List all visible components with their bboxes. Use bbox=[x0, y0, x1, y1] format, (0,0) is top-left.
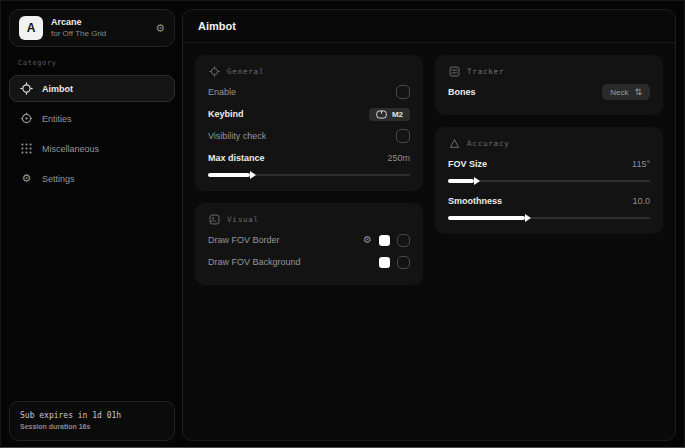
smoothness-value: 10.0 bbox=[632, 196, 650, 206]
card-title-general: General bbox=[227, 67, 264, 76]
visibility-check-label: Visibility check bbox=[208, 131, 266, 141]
sidebar-item-aimbot[interactable]: Aimbot bbox=[9, 75, 175, 102]
smoothness-slider-fill bbox=[448, 216, 525, 220]
max-distance-row: Max distance 250m bbox=[208, 147, 410, 169]
triangle-icon bbox=[448, 137, 460, 149]
sidebar-item-label: Settings bbox=[42, 174, 75, 184]
grid-icon bbox=[20, 142, 33, 155]
category-label: Category bbox=[18, 59, 175, 67]
fov-size-value: 115° bbox=[632, 159, 650, 169]
visual-card: Visual Draw FOV Border ⚙ Draw FOV Backgr… bbox=[195, 203, 423, 285]
bones-select[interactable]: Neck ⇅ bbox=[602, 84, 650, 100]
fov-border-gear-icon[interactable]: ⚙ bbox=[363, 235, 372, 245]
max-distance-slider-fill bbox=[208, 173, 250, 177]
entities-icon bbox=[20, 112, 33, 125]
bones-row: Bones Neck ⇅ bbox=[448, 81, 650, 103]
card-title-visual: Visual bbox=[227, 215, 259, 224]
fov-size-slider-fill bbox=[448, 179, 474, 183]
sub-expires-text: Sub expires in 1d 01h bbox=[20, 410, 164, 422]
keybind-label: Keybind bbox=[208, 109, 244, 119]
fov-border-color-swatch[interactable] bbox=[379, 235, 390, 246]
sidebar-item-entities[interactable]: Entities bbox=[9, 105, 175, 132]
app-logo: A bbox=[19, 16, 43, 40]
fov-size-slider[interactable] bbox=[448, 177, 650, 185]
sidebar-item-miscellaneous[interactable]: Miscellaneous bbox=[9, 135, 175, 162]
visibility-check-row: Visibility check bbox=[208, 125, 410, 147]
layers-icon bbox=[448, 65, 460, 77]
tracker-card: Tracker Bones Neck ⇅ bbox=[435, 55, 663, 115]
bones-label: Bones bbox=[448, 87, 476, 97]
draw-fov-background-label: Draw FOV Background bbox=[208, 257, 301, 267]
max-distance-label: Max distance bbox=[208, 153, 265, 163]
settings-gear-icon[interactable]: ⚙ bbox=[155, 22, 165, 35]
draw-fov-border-label: Draw FOV Border bbox=[208, 235, 280, 245]
draw-fov-background-checkbox[interactable] bbox=[397, 256, 410, 269]
visibility-check-checkbox[interactable] bbox=[396, 129, 410, 143]
sidebar-item-label: Entities bbox=[42, 114, 72, 124]
updown-arrows-icon: ⇅ bbox=[634, 87, 642, 97]
smoothness-row: Smoothness 10.0 bbox=[448, 190, 650, 212]
draw-fov-background-row: Draw FOV Background bbox=[208, 251, 410, 273]
session-duration-text: Session duration 16s bbox=[20, 422, 164, 433]
gear-icon: ⚙ bbox=[20, 172, 33, 185]
sidebar-item-label: Aimbot bbox=[42, 84, 73, 94]
sidebar: A Arcane for Off The Grid ⚙ Category Aim… bbox=[9, 9, 175, 441]
app-subtitle: for Off The Grid bbox=[51, 29, 147, 39]
max-distance-slider[interactable] bbox=[208, 171, 410, 179]
smoothness-slider[interactable] bbox=[448, 214, 650, 222]
keybind-badge[interactable]: M2 bbox=[369, 108, 410, 121]
max-distance-value: 250m bbox=[387, 153, 410, 163]
app-title: Arcane bbox=[51, 17, 147, 28]
keybind-row: Keybind M2 bbox=[208, 103, 410, 125]
mouse-icon bbox=[376, 110, 387, 119]
image-icon bbox=[208, 213, 220, 225]
fov-size-row: FOV Size 115° bbox=[448, 153, 650, 175]
card-title-tracker: Tracker bbox=[467, 67, 504, 76]
app-window: A Arcane for Off The Grid ⚙ Category Aim… bbox=[0, 0, 685, 448]
fov-size-label: FOV Size bbox=[448, 159, 487, 169]
subscription-card: Sub expires in 1d 01h Session duration 1… bbox=[9, 401, 175, 442]
sidebar-item-settings[interactable]: ⚙ Settings bbox=[9, 165, 175, 192]
brand-card: A Arcane for Off The Grid ⚙ bbox=[9, 9, 175, 47]
crosshair-icon bbox=[208, 65, 220, 77]
main-header: Aimbot bbox=[183, 10, 675, 43]
fov-background-color-swatch[interactable] bbox=[379, 257, 390, 268]
general-card: General Enable Keybind M2 bbox=[195, 55, 423, 191]
draw-fov-border-row: Draw FOV Border ⚙ bbox=[208, 229, 410, 251]
card-title-accuracy: Accuracy bbox=[467, 139, 510, 148]
enable-row: Enable bbox=[208, 81, 410, 103]
smoothness-label: Smoothness bbox=[448, 196, 502, 206]
sidebar-item-label: Miscellaneous bbox=[42, 144, 99, 154]
main-panel: Aimbot General bbox=[182, 9, 676, 441]
draw-fov-border-checkbox[interactable] bbox=[397, 234, 410, 247]
page-title: Aimbot bbox=[198, 20, 236, 32]
enable-checkbox[interactable] bbox=[396, 85, 410, 99]
accuracy-card: Accuracy FOV Size 115° Smoothness 10.0 bbox=[435, 127, 663, 234]
keybind-value: M2 bbox=[392, 110, 403, 119]
enable-label: Enable bbox=[208, 87, 236, 97]
bones-selected-value: Neck bbox=[610, 88, 628, 97]
crosshair-icon bbox=[20, 82, 33, 95]
sidebar-nav: Aimbot Entities bbox=[9, 75, 175, 192]
